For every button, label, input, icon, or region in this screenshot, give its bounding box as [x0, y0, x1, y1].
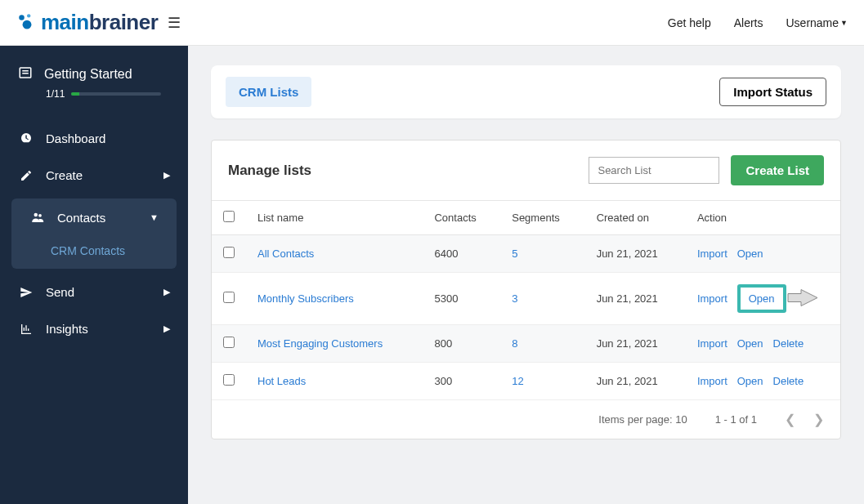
- users-icon: [29, 210, 46, 225]
- sidebar-item-label: Contacts: [57, 211, 105, 225]
- segments-link[interactable]: 5: [512, 248, 517, 260]
- progress-bar: [71, 92, 161, 96]
- svg-point-2: [23, 20, 32, 29]
- col-contacts: Contacts: [423, 201, 500, 235]
- row-checkbox[interactable]: [223, 337, 235, 348]
- table-row: All Contacts 6400 5 Jun 21, 2021 Import …: [212, 235, 840, 273]
- action-import[interactable]: Import: [697, 375, 727, 387]
- create-list-button[interactable]: Create List: [731, 155, 824, 185]
- sidebar-item-label: Insights: [46, 322, 88, 336]
- username-menu[interactable]: Username ▼: [786, 16, 848, 29]
- pencil-icon: [18, 169, 34, 182]
- row-checkbox[interactable]: [223, 247, 235, 258]
- manage-lists-title: Manage lists: [228, 163, 311, 179]
- action-delete[interactable]: Delete: [773, 375, 804, 387]
- contacts-cell: 5300: [423, 273, 500, 325]
- action-import[interactable]: Import: [697, 248, 727, 260]
- logo[interactable]: mainbrainer: [16, 10, 158, 35]
- lists-table: List name Contacts Segments Created on A…: [212, 200, 840, 400]
- contacts-cell: 800: [423, 325, 500, 363]
- action-import[interactable]: Import: [697, 337, 727, 350]
- menu-icon[interactable]: ☰: [168, 14, 181, 32]
- list-name-link[interactable]: All Contacts: [257, 248, 314, 260]
- items-per-page: Items per page: 10: [598, 413, 687, 426]
- row-checkbox[interactable]: [223, 292, 235, 303]
- contacts-cell: 6400: [423, 235, 500, 273]
- list-name-link[interactable]: Hot Leads: [257, 375, 306, 387]
- sidebar-item-insights[interactable]: Insights ▶: [0, 310, 188, 347]
- col-segments: Segments: [500, 201, 584, 235]
- paper-plane-icon: [18, 286, 34, 299]
- created-cell: Jun 21, 2021: [585, 363, 686, 400]
- page-range: 1 - 1 of 1: [715, 413, 757, 426]
- tab-crm-lists[interactable]: CRM Lists: [226, 77, 311, 107]
- list-card: Manage lists Create List List name Conta…: [211, 140, 841, 439]
- logo-text: mainbrainer: [41, 10, 158, 35]
- search-input[interactable]: [589, 157, 719, 184]
- sidebar: Getting Started 1/11 Dashboard Create ▶: [0, 46, 188, 504]
- sidebar-item-send[interactable]: Send ▶: [0, 274, 188, 310]
- contacts-cell: 300: [423, 363, 500, 400]
- svg-point-6: [34, 213, 38, 217]
- table-row: Hot Leads 300 12 Jun 21, 2021 Import Ope…: [212, 363, 840, 400]
- segments-link[interactable]: 3: [512, 292, 517, 305]
- list-name-link[interactable]: Monthly Subscribers: [257, 292, 354, 305]
- select-all-checkbox[interactable]: [223, 211, 235, 222]
- sidebar-item-contacts[interactable]: Contacts ▼: [11, 198, 177, 236]
- action-delete[interactable]: Delete: [773, 337, 804, 350]
- getting-started-progress: 1/11: [46, 88, 65, 100]
- col-list-name: List name: [246, 201, 423, 235]
- action-open[interactable]: Open: [737, 248, 763, 260]
- list-icon: [18, 65, 33, 83]
- top-header: mainbrainer ☰ Get help Alerts Username ▼: [0, 0, 864, 46]
- table-row: Monthly Subscribers 5300 3 Jun 21, 2021 …: [212, 273, 840, 325]
- svg-point-7: [38, 214, 42, 217]
- import-status-button[interactable]: Import Status: [719, 78, 826, 106]
- gauge-icon: [18, 131, 34, 145]
- created-cell: Jun 21, 2021: [585, 325, 686, 363]
- svg-point-0: [19, 15, 25, 20]
- col-action: Action: [686, 201, 840, 235]
- getting-started-label: Getting Started: [44, 67, 132, 82]
- header-right: Get help Alerts Username ▼: [668, 16, 848, 29]
- col-created: Created on: [585, 201, 686, 235]
- top-card: CRM Lists Import Status: [211, 65, 841, 118]
- chevron-down-icon: ▼: [150, 212, 159, 222]
- chevron-right-icon: ▶: [163, 287, 170, 297]
- highlighted-open-annotation: Open: [737, 284, 786, 313]
- sidebar-item-label: Send: [46, 285, 74, 299]
- action-open[interactable]: Open: [737, 337, 763, 350]
- get-help-link[interactable]: Get help: [668, 16, 711, 29]
- sidebar-item-label: Create: [46, 168, 83, 182]
- list-header: Manage lists Create List: [212, 140, 840, 200]
- created-cell: Jun 21, 2021: [585, 235, 686, 273]
- svg-point-1: [27, 14, 30, 17]
- action-open[interactable]: Open: [737, 375, 763, 387]
- chevron-down-icon: ▼: [840, 19, 848, 27]
- prev-page-button[interactable]: ❮: [785, 412, 795, 427]
- logo-icon: [16, 12, 38, 33]
- main-content: CRM Lists Import Status Manage lists Cre…: [188, 46, 864, 504]
- chevron-right-icon: ▶: [163, 170, 170, 181]
- chevron-right-icon: ▶: [163, 323, 170, 334]
- action-import[interactable]: Import: [697, 292, 727, 305]
- pagination: Items per page: 10 1 - 1 of 1 ❮ ❯: [212, 400, 840, 439]
- created-cell: Jun 21, 2021: [585, 273, 686, 325]
- segments-link[interactable]: 12: [512, 375, 523, 387]
- row-checkbox[interactable]: [223, 374, 235, 386]
- sidebar-sub-crm-contacts[interactable]: CRM Contacts: [11, 236, 177, 269]
- sidebar-item-label: Dashboard: [46, 132, 105, 145]
- table-row: Most Engaging Customers 800 8 Jun 21, 20…: [212, 325, 840, 363]
- next-page-button[interactable]: ❯: [813, 412, 824, 427]
- list-name-link[interactable]: Most Engaging Customers: [257, 337, 383, 350]
- segments-link[interactable]: 8: [512, 337, 517, 350]
- action-open[interactable]: Open: [749, 292, 775, 305]
- sidebar-getting-started[interactable]: Getting Started 1/11: [0, 65, 188, 119]
- pointer-arrow-icon: [786, 287, 817, 310]
- alerts-link[interactable]: Alerts: [734, 16, 763, 29]
- sidebar-item-create[interactable]: Create ▶: [0, 157, 188, 194]
- chart-icon: [18, 323, 34, 336]
- sidebar-item-dashboard[interactable]: Dashboard: [0, 119, 188, 157]
- table-header-row: List name Contacts Segments Created on A…: [212, 201, 840, 235]
- sidebar-item-contacts-group: Contacts ▼ CRM Contacts: [11, 198, 177, 269]
